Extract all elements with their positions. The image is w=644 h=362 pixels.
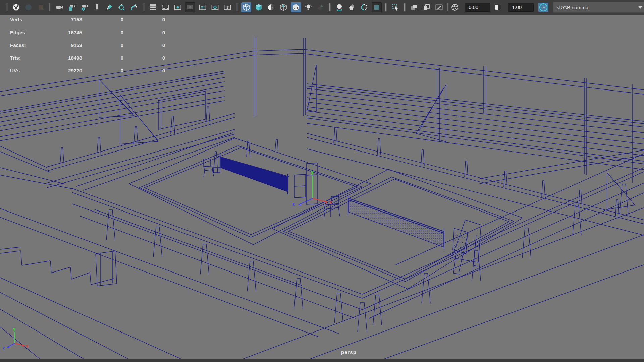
lights-icon[interactable] [303, 2, 313, 12]
hud-value: 0 [125, 29, 165, 35]
exposure-icon[interactable] [450, 2, 460, 12]
shadows-icon[interactable] [316, 2, 326, 12]
sphere-icon[interactable] [23, 2, 34, 12]
isolate-select-icon[interactable] [390, 2, 400, 12]
view-axis-x-label: x [26, 343, 29, 348]
hud-value: 7158 [40, 17, 82, 22]
select-camera-icon[interactable] [55, 2, 65, 12]
color-management-toggle[interactable]: ON [538, 3, 548, 12]
hud-label: Faces: [10, 42, 42, 48]
field-chart-icon[interactable] [198, 2, 208, 12]
right-net [349, 198, 443, 247]
smooth-shade-icon[interactable] [254, 2, 264, 12]
exposure-field[interactable]: 0.00 [465, 3, 490, 12]
hud-value: 0 [125, 68, 165, 73]
toolbar-color-management: 0.00 1.00 ON sRGB gamma [450, 0, 644, 15]
view-axis-z-label: z [3, 345, 5, 350]
camera-name-label: persp [322, 349, 376, 355]
wireframe-icon[interactable] [241, 2, 251, 12]
toolbar-grip[interactable] [235, 2, 238, 12]
camera-attributes-icon[interactable] [79, 2, 90, 12]
view-transform-select[interactable]: sRGB gamma [553, 2, 644, 13]
xray-icon[interactable] [409, 2, 419, 12]
view-transform-value: sRGB gamma [553, 5, 635, 10]
contrast-icon[interactable] [493, 2, 503, 12]
toolbar-grip[interactable] [447, 2, 450, 12]
hud-value: 18498 [40, 55, 82, 61]
toolbar-icon-strip: T [0, 2, 453, 12]
hud-value: 29220 [40, 68, 82, 73]
grid-icon[interactable] [148, 2, 158, 12]
chevron-down-icon[interactable] [635, 6, 644, 9]
bottom-panel-edge [0, 359, 644, 362]
toolbar-grip[interactable] [49, 2, 52, 12]
toolbar-grip[interactable] [142, 2, 145, 12]
grease-pencil-icon[interactable] [104, 2, 114, 12]
toolbar-grip[interactable] [404, 2, 406, 12]
safe-title-icon[interactable]: T [222, 2, 232, 12]
svg-text:T: T [226, 5, 229, 10]
front-left-barrier-wireframe [72, 188, 367, 332]
hud-value: 0 [83, 42, 123, 48]
hud-value: 0 [83, 29, 123, 35]
viewport-canvas[interactable]: y x z y x z [0, 0, 644, 362]
ambient-occlusion-icon[interactable] [334, 2, 344, 12]
image-plane-icon[interactable] [434, 2, 444, 12]
safe-action-icon[interactable] [210, 2, 220, 12]
hud-value: 0 [83, 17, 123, 22]
xray-joints-icon[interactable] [422, 2, 432, 12]
left-net [221, 157, 288, 192]
pan-zoom-icon[interactable] [117, 2, 127, 12]
toolbar-grip[interactable] [5, 2, 8, 12]
motion-blur-icon[interactable] [347, 2, 357, 12]
wireframe-scene [0, 37, 644, 362]
checkmark-circle-icon[interactable] [11, 2, 21, 12]
left-bleachers-wireframe [0, 71, 225, 144]
view-axis-y-label: y [13, 326, 16, 331]
hud-value: 16745 [40, 29, 82, 35]
gate-mask-icon[interactable] [185, 2, 195, 12]
textured-icon[interactable] [278, 2, 288, 12]
origin-axis-x-label: x [329, 199, 332, 205]
contrast-field[interactable]: 1.00 [508, 3, 534, 12]
hud-value: 0 [125, 42, 165, 48]
bookmark-icon[interactable] [92, 2, 102, 12]
toolbar-grip[interactable] [385, 2, 387, 12]
lock-camera-icon[interactable] [67, 2, 77, 12]
hud-value: 0 [125, 55, 165, 61]
hud-label: Edges: [10, 29, 42, 35]
antialiasing-icon[interactable] [359, 2, 369, 12]
hud-label: Tris: [10, 55, 42, 61]
hud-value: 0 [83, 68, 123, 73]
toolbar-grip[interactable] [329, 2, 331, 12]
hud-value: 0 [125, 17, 165, 22]
back-left-barrier-wireframe [47, 106, 235, 188]
hud-value: 9153 [40, 42, 82, 48]
film-gate-icon[interactable] [160, 2, 170, 12]
viewport[interactable]: y x z y x z Verts: 7158 0 0 Edges: 16745… [0, 15, 644, 359]
draw-tool-icon[interactable] [129, 2, 139, 12]
hud-label: UVs: [10, 68, 42, 73]
origin-axis-z-label: z [292, 201, 295, 207]
right-bleachers-wireframe [307, 65, 644, 209]
wireframe-on-shaded-icon[interactable] [291, 2, 301, 12]
hud-label: Verts: [10, 17, 42, 22]
origin-axis-y-label: y [311, 169, 314, 175]
default-material-icon[interactable] [266, 2, 276, 12]
stairs-wireframe [0, 247, 117, 286]
resolution-gate-icon[interactable] [173, 2, 183, 12]
on-badge: ON [539, 3, 547, 11]
cube-icon[interactable] [36, 2, 46, 12]
panel-toolbar: T 0.00 1.00 ON sRGB gamma [0, 0, 644, 15]
front-right-barrier-wireframe [362, 168, 644, 325]
sample-count-icon[interactable] [372, 2, 382, 12]
hud-value: 0 [83, 55, 123, 61]
